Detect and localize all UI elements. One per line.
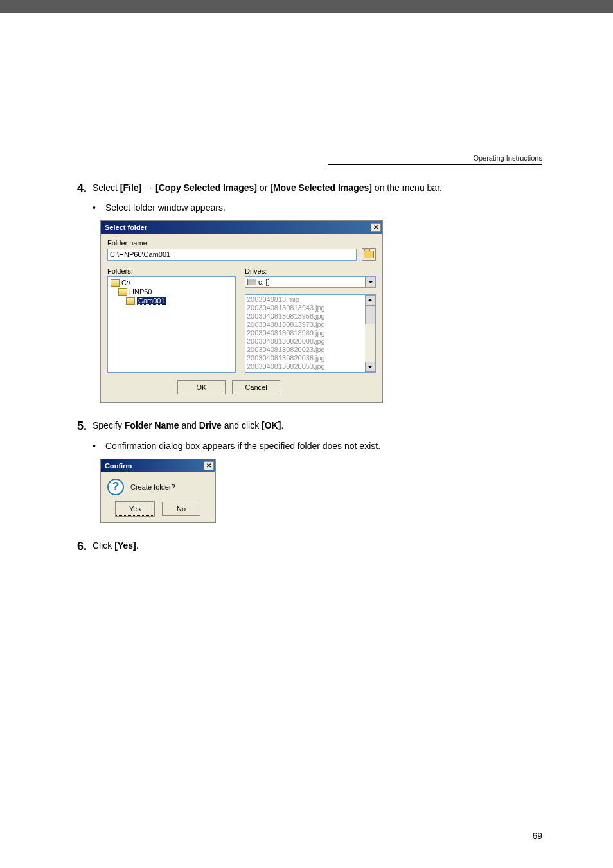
step-5: 5. Specify Folder Name and Drive and cli… [77,419,542,434]
step-number: 6. [77,539,93,554]
note-text: Confirmation dialog box appears if the s… [105,441,380,451]
menu-ref: [Move Selected Images] [270,182,372,193]
folders-label: Folders: [107,267,236,275]
tree-node-selected[interactable]: Cam001 [109,296,234,305]
select-folder-dialog-figure: Select folder ✕ Folder name: C:\HNP60\Ca… [100,220,542,403]
text: on the menu bar. [372,182,442,193]
text: Click [93,540,114,551]
menu-ref: [File] [120,182,141,193]
no-button[interactable]: No [162,502,200,516]
dialog-body: ? Create folder? [101,472,215,499]
ui-ref: Folder Name [125,420,179,430]
cancel-button[interactable]: Cancel [232,380,280,394]
folder-tree[interactable]: C:\ HNP60 Cam001 [107,276,236,373]
header-label: Operating Instructions [328,154,542,162]
step-5-note: • Confirmation dialog box appears if the… [93,441,542,451]
page-number: 69 [532,831,542,841]
drive-selector[interactable]: c: [] [245,276,376,288]
dialog-title: Confirm [105,462,132,470]
header-divider [328,164,542,165]
scroll-track[interactable] [365,305,375,362]
ok-button[interactable]: OK [177,380,226,394]
step-text: Click [Yes]. [93,539,542,553]
file-item[interactable]: 20030408130813958.jpg [247,312,374,321]
step-text: Select [File] → [Copy Selected Images] o… [93,181,542,195]
dialog-title: Select folder [105,224,147,231]
note-text: Select folder window appears. [105,202,226,213]
file-item[interactable]: 20030408130820023.jpg [247,346,374,354]
question-icon: ? [107,479,124,495]
dialog-titlebar: Select folder ✕ [101,221,382,234]
folder-icon [364,251,374,258]
text: Select [93,182,120,193]
file-item[interactable]: 20030408130813943.jpg [247,304,374,312]
confirm-dialog-figure: Confirm ✕ ? Create folder? Yes No [100,459,542,523]
new-folder-button[interactable] [362,248,376,261]
tree-node[interactable]: HNP60 [109,287,234,296]
file-list[interactable]: 2003040813.mip 20030408130813943.jpg 200… [245,294,376,373]
ui-ref: [Yes] [114,540,136,551]
step-number: 4. [77,181,93,196]
tree-node-root[interactable]: C:\ [109,278,234,287]
file-item[interactable]: 20030408130820008.jpg [247,337,374,346]
confirm-message: Create folder? [130,483,175,491]
file-item[interactable]: 20030408130813989.jpg [247,329,374,337]
step-4: 4. Select [File] → [Copy Selected Images… [77,181,542,196]
chevron-up-icon [368,299,373,301]
arrow-icon: → [141,182,155,193]
step-text: Specify Folder Name and Drive and click … [93,419,542,432]
file-list-inner: 2003040813.mip 20030408130813943.jpg 200… [245,295,375,371]
scroll-down-button[interactable] [365,362,375,372]
menu-ref: [Copy Selected Images] [155,182,257,193]
chevron-down-icon [368,281,373,283]
dialog-titlebar: Confirm ✕ [101,459,215,472]
confirm-dialog: Confirm ✕ ? Create folder? Yes No [100,459,216,523]
file-item[interactable]: 20030408130820038.jpg [247,354,374,362]
file-item[interactable]: 20030408130820053.jpg [247,362,374,371]
step-number: 5. [77,419,93,434]
bullet-icon: • [93,441,105,451]
text: Specify [93,420,125,430]
drive-value: c: [] [258,278,270,286]
file-item[interactable]: 20030408130813973.jpg [247,321,374,329]
scroll-thumb[interactable] [365,305,375,324]
scroll-up-button[interactable] [365,295,375,305]
page-header: Operating Instructions [71,154,542,165]
text: . [136,540,139,551]
text: or [257,182,270,193]
close-icon: ✕ [373,224,378,231]
ui-ref: Drive [199,420,222,430]
file-item[interactable]: 2003040813.mip [247,296,374,304]
chevron-down-icon [368,366,373,368]
document-page: Operating Instructions 4. Select [File] … [0,13,613,868]
step-6: 6. Click [Yes]. [77,539,542,554]
close-button[interactable]: ✕ [204,461,214,470]
drives-label: Drives: [245,267,376,275]
folder-icon [111,279,120,287]
folder-icon [126,297,135,305]
ui-ref: [OK] [262,420,281,430]
bullet-icon: • [93,202,105,213]
text: and [179,420,199,430]
close-icon: ✕ [206,463,211,469]
close-button[interactable]: ✕ [371,223,381,232]
scrollbar[interactable] [365,295,375,372]
select-folder-dialog: Select folder ✕ Folder name: C:\HNP60\Ca… [100,220,383,403]
step-4-note: • Select folder window appears. [93,202,542,213]
folder-name-label: Folder name: [107,239,376,247]
dialog-body: Folder name: C:\HNP60\Cam001 Folders: C:… [101,234,382,402]
dropdown-arrow[interactable] [365,277,375,287]
yes-button[interactable]: Yes [116,502,154,516]
text: . [281,420,283,430]
text: and click [222,420,262,430]
disk-icon [247,279,256,285]
folder-icon [118,288,127,296]
folder-name-input[interactable]: C:\HNP60\Cam001 [107,249,357,261]
